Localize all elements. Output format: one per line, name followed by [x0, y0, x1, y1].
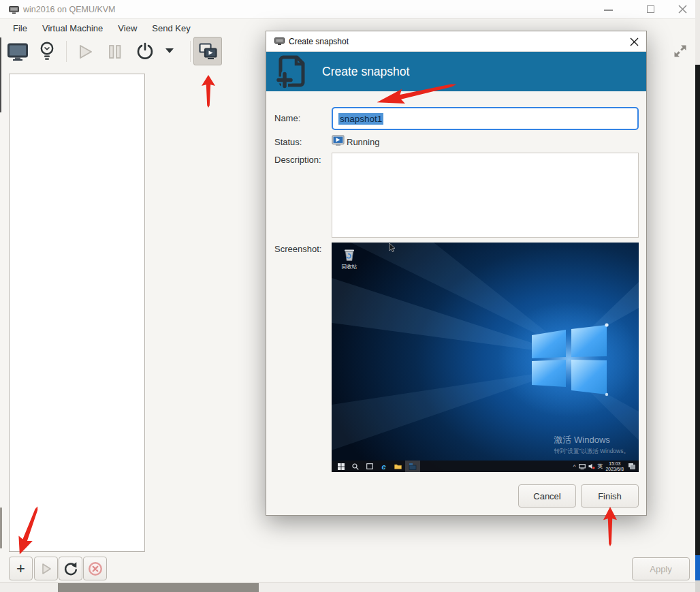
dialog-title: Create snapshot — [289, 37, 349, 46]
watermark-line1: 激活 Windows — [554, 434, 629, 446]
mouse-cursor — [389, 243, 396, 253]
pause-icon[interactable] — [108, 44, 123, 60]
search-icon — [352, 463, 359, 470]
recycle-bin-label: 回收站 — [336, 264, 363, 270]
name-input[interactable]: snapshot1 — [332, 107, 639, 130]
name-label: Name: — [274, 113, 300, 123]
background-strip — [695, 580, 700, 592]
app-icon — [9, 6, 19, 14]
menu-view[interactable]: View — [110, 20, 144, 36]
fullscreen-icon[interactable] — [671, 42, 689, 60]
dialog-app-icon — [274, 37, 285, 46]
running-status-icon — [332, 135, 345, 147]
shutdown-menu-caret-icon[interactable] — [165, 48, 174, 53]
background-strip — [695, 555, 700, 580]
scrollbar-thumb[interactable] — [58, 583, 259, 592]
task-view-icon — [366, 463, 373, 469]
tray-expand-caret[interactable]: ^ — [573, 463, 576, 469]
plus-icon: + — [16, 560, 25, 578]
menu-virtual-machine[interactable]: Virtual Machine — [35, 20, 110, 36]
run-snapshot-button[interactable] — [34, 557, 58, 580]
menu-file[interactable]: File — [5, 20, 35, 36]
refresh-icon — [63, 561, 79, 577]
delete-icon — [87, 561, 104, 577]
search-button[interactable] — [348, 461, 362, 472]
server-manager-icon — [409, 463, 417, 470]
taskbar-clock[interactable]: 15:03 2023/6/8 — [606, 461, 624, 471]
snapshots-icon — [199, 43, 218, 61]
volume-icon[interactable] — [588, 463, 595, 469]
annotation-arrow-finish-button — [603, 507, 618, 546]
recycle-bin-icon — [343, 247, 355, 261]
window-title: win2016 on QEMU/KVM — [23, 5, 115, 14]
close-button[interactable] — [678, 5, 687, 14]
virt-manager-window: win2016 on QEMU/KVM File Virtual Machine… — [0, 0, 700, 592]
internet-explorer-button[interactable]: e — [377, 461, 391, 472]
snapshot-list[interactable] — [9, 74, 145, 552]
server-manager-button-active[interactable] — [405, 461, 420, 472]
refresh-snapshots-button[interactable] — [59, 557, 82, 580]
ie-icon: e — [381, 463, 385, 471]
maximize-button[interactable] — [647, 5, 654, 13]
toolbar-separator — [66, 41, 67, 62]
finish-button[interactable]: Finish — [581, 484, 639, 508]
hardware-details-icon[interactable] — [39, 41, 55, 62]
description-label: Description: — [274, 155, 321, 165]
ime-indicator[interactable]: 英 — [598, 463, 603, 470]
dialog-close-icon[interactable] — [630, 37, 639, 46]
file-explorer-button[interactable] — [391, 461, 405, 472]
cancel-button[interactable]: Cancel — [518, 484, 576, 508]
recycle-bin[interactable]: 回收站 — [336, 247, 363, 270]
status-label: Status: — [274, 137, 302, 147]
apply-button[interactable]: Apply — [632, 557, 690, 580]
windows-start-icon — [338, 463, 345, 470]
name-value-selected-text: snapshot1 — [338, 113, 383, 125]
network-icon[interactable] — [579, 464, 586, 469]
minimize-button[interactable] — [604, 10, 613, 11]
toolbar-separator — [190, 41, 191, 62]
run-icon[interactable] — [78, 44, 94, 60]
background-strip — [695, 65, 700, 555]
guest-taskbar: e ^ — [332, 461, 639, 472]
activation-watermark: 激活 Windows 转到“设置”以激活 Windows。 — [554, 434, 629, 456]
clock-date: 2023/6/8 — [606, 467, 624, 472]
new-snapshot-icon — [276, 54, 307, 89]
add-snapshot-button[interactable]: + — [9, 557, 33, 580]
show-desktop-icon[interactable] — [628, 463, 635, 470]
background-strip — [695, 0, 700, 65]
apply-label: Apply — [650, 564, 672, 574]
annotation-arrow-snapshots-button — [201, 75, 216, 108]
delete-snapshot-button[interactable] — [83, 557, 107, 580]
watermark-line2: 转到“设置”以激活 Windows。 — [554, 448, 629, 456]
description-input[interactable] — [332, 153, 639, 238]
snapshots-toolbar-button[interactable] — [193, 37, 222, 65]
finish-label: Finish — [598, 491, 622, 501]
create-snapshot-dialog: Create snapshot Create snapshot Name: sn… — [266, 31, 647, 516]
background-window-edge — [0, 508, 2, 548]
task-view-button[interactable] — [362, 461, 377, 472]
console-icon[interactable] — [7, 43, 28, 61]
shutdown-icon[interactable] — [136, 42, 155, 61]
status-value: Running — [347, 137, 379, 147]
background-window-edge — [0, 37, 1, 112]
menu-send-key[interactable]: Send Key — [144, 20, 197, 36]
start-button[interactable] — [334, 461, 348, 472]
clock-time: 15:03 — [606, 461, 624, 467]
dialog-header-title: Create snapshot — [322, 65, 409, 79]
folder-icon — [394, 463, 402, 469]
play-icon — [40, 563, 52, 575]
screenshot-label: Screenshot: — [274, 244, 321, 254]
guest-screenshot: 回收站 激活 Windows 转到“设置”以激活 Windows。 — [332, 243, 639, 472]
cancel-label: Cancel — [533, 491, 560, 501]
